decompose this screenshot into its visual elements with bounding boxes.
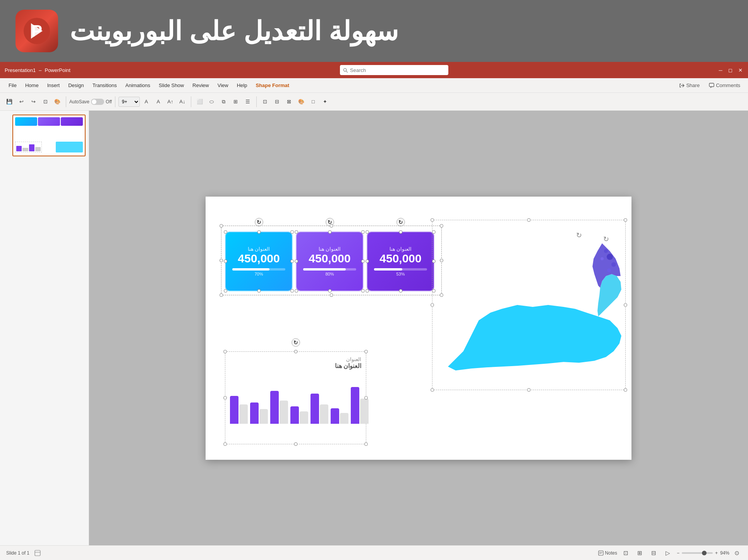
handle-tr-1[interactable] — [290, 230, 294, 234]
toolbar-view-btn[interactable]: ⊡ — [40, 96, 51, 107]
chart-handle-bc[interactable] — [294, 442, 297, 446]
grp-handle-ml[interactable] — [220, 259, 223, 262]
toolbar-save-btn[interactable]: 💾 — [4, 96, 15, 107]
handle-tl-1[interactable] — [224, 230, 227, 234]
handle-bc-3[interactable] — [399, 289, 402, 293]
restore-button[interactable]: ◻ — [728, 67, 733, 73]
stat-card-purple[interactable]: العنوان هنا 450,000 80% — [296, 231, 364, 291]
map-area[interactable]: ↻ ↻ — [432, 220, 626, 390]
handle-tl-3[interactable] — [365, 230, 369, 234]
zoom-slider[interactable] — [682, 552, 713, 554]
grp-handle-bl[interactable] — [220, 293, 223, 297]
slide-sorter-button[interactable]: ⊞ — [635, 549, 645, 557]
handle-bl-3[interactable] — [365, 289, 369, 293]
chart-handle-ml[interactable] — [223, 396, 227, 399]
search-input[interactable] — [350, 67, 445, 73]
chart-handle-bl[interactable] — [223, 442, 227, 446]
zoom-thumb[interactable] — [702, 551, 707, 555]
grp-handle-tl[interactable] — [220, 224, 223, 228]
chart-handle-br[interactable] — [364, 442, 368, 446]
rotate-handle-3[interactable]: ↻ — [396, 218, 405, 226]
menu-home[interactable]: Home — [21, 81, 43, 90]
map-handle-mr[interactable] — [624, 303, 627, 307]
map-handle-bl[interactable] — [431, 388, 434, 392]
map-handle-ml[interactable] — [431, 303, 434, 307]
grp-handle-bc[interactable] — [330, 293, 333, 297]
rotate-handle-2[interactable]: ↻ — [326, 218, 334, 226]
toolbar-effects-btn[interactable]: ✦ — [320, 96, 331, 107]
handle-ml-1[interactable] — [224, 260, 227, 263]
menu-design[interactable]: Design — [64, 81, 87, 90]
handle-mr-2[interactable] — [361, 260, 365, 263]
minimize-button[interactable]: ─ — [718, 67, 723, 73]
toolbar-increase-font-btn[interactable]: A↑ — [165, 96, 176, 107]
map-handle-tr[interactable] — [624, 218, 627, 222]
toolbar-fill-btn[interactable]: 🎨 — [296, 96, 307, 107]
slide-thumbnail[interactable] — [12, 115, 86, 156]
toolbar-group-btn[interactable]: ⊞ — [230, 96, 241, 107]
comments-button[interactable]: Comments — [706, 81, 743, 90]
menu-view[interactable]: View — [214, 81, 232, 90]
toolbar-undo-btn[interactable]: ↩ — [16, 96, 27, 107]
toolbar-oval-btn[interactable]: ⬭ — [206, 96, 217, 107]
share-button[interactable]: Share — [676, 81, 703, 90]
normal-view-button[interactable]: ⊡ — [621, 549, 631, 557]
handle-mr-1[interactable] — [290, 260, 294, 263]
handle-br-1[interactable] — [290, 289, 294, 293]
handle-tc-1[interactable] — [257, 230, 261, 234]
toolbar-outline-btn[interactable]: □ — [308, 96, 319, 107]
autosave-toggle[interactable] — [91, 99, 104, 105]
menu-animations[interactable]: Animations — [122, 81, 154, 90]
chart-area[interactable]: ↻ العنوان العنوان هنا — [225, 351, 366, 444]
handle-tc-3[interactable] — [399, 230, 402, 234]
menu-shape-format[interactable]: Shape Format — [252, 81, 293, 90]
toolbar-arrange-btn[interactable]: ⧉ — [218, 96, 229, 107]
zoom-in-icon[interactable]: + — [715, 550, 718, 556]
map-handle-bc[interactable] — [527, 388, 531, 392]
handle-tl-2[interactable] — [295, 230, 298, 234]
zoom-out-icon[interactable]: − — [677, 550, 679, 556]
slideshow-button[interactable]: ▷ — [663, 549, 673, 557]
toolbar-decrease-font-btn[interactable]: A↓ — [177, 96, 188, 107]
handle-br-2[interactable] — [361, 289, 365, 293]
toolbar-shape-btn[interactable]: ⬜ — [194, 96, 205, 107]
toolbar-redo-btn[interactable]: ↪ — [28, 96, 39, 107]
toolbar-italic-btn[interactable]: A — [153, 96, 164, 107]
chart-handle-tl[interactable] — [223, 350, 227, 353]
chart-handle-mr[interactable] — [364, 396, 368, 399]
menu-slideshow[interactable]: Slide Show — [155, 81, 188, 90]
close-button[interactable]: ✕ — [738, 67, 743, 73]
search-box[interactable] — [340, 65, 448, 75]
handle-bc-1[interactable] — [257, 289, 261, 293]
notes-button[interactable]: Notes — [598, 550, 617, 556]
handle-bc-2[interactable] — [328, 289, 331, 293]
map-handle-br[interactable] — [624, 388, 627, 392]
menu-review[interactable]: Review — [189, 81, 213, 90]
stat-card-violet[interactable]: العنوان هنا 450,000 53% — [367, 231, 434, 291]
menu-file[interactable]: File — [5, 81, 21, 90]
stat-card-cyan[interactable]: العنوان هنا 450,000 70% — [225, 231, 293, 291]
handle-bl-1[interactable] — [224, 289, 227, 293]
menu-transitions[interactable]: Transitions — [89, 81, 121, 90]
toolbar-theme-btn[interactable]: 🎨 — [52, 96, 63, 107]
slide-item-1[interactable]: 1 ★ — [3, 115, 86, 156]
fit-slide-button[interactable]: ⊙ — [732, 549, 742, 557]
toolbar-align-btn[interactable]: ⊟ — [272, 96, 283, 107]
handle-bl-2[interactable] — [295, 289, 298, 293]
toolbar-crop-btn[interactable]: ⊡ — [260, 96, 271, 107]
menu-insert[interactable]: Insert — [43, 81, 64, 90]
rotate-handle-1[interactable]: ↻ — [255, 218, 263, 226]
chart-handle-tc[interactable] — [294, 350, 297, 353]
toolbar-bold-btn[interactable]: A — [141, 96, 152, 107]
handle-ml-3[interactable] — [365, 260, 369, 263]
chart-rotate-handle[interactable]: ↻ — [292, 338, 300, 347]
map-handle-tc[interactable] — [527, 218, 531, 222]
handle-tr-2[interactable] — [361, 230, 365, 234]
map-handle-tl[interactable] — [431, 218, 434, 222]
toolbar-distribute-btn[interactable]: ⊠ — [284, 96, 295, 107]
handle-tc-2[interactable] — [328, 230, 331, 234]
handle-ml-2[interactable] — [295, 260, 298, 263]
reading-view-button[interactable]: ⊟ — [649, 549, 659, 557]
toolbar-list-btn[interactable]: ☰ — [242, 96, 253, 107]
slide-canvas[interactable]: ↻ العنوان هنا 450,000 70% — [206, 197, 631, 460]
